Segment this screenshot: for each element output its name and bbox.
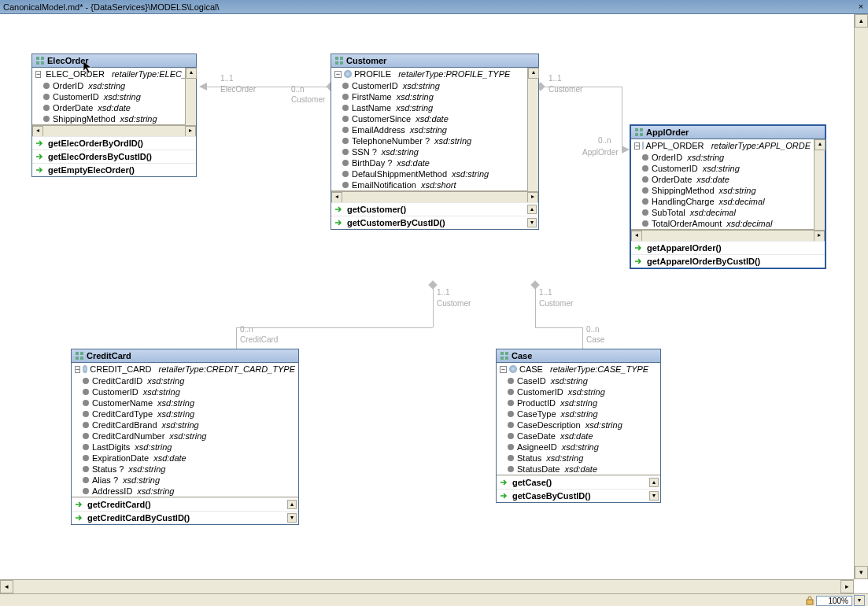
attribute-row[interactable]: CustomerIDxsd:string bbox=[331, 80, 527, 91]
scroll-right-icon[interactable]: ▸ bbox=[814, 231, 825, 242]
attribute-row[interactable]: CreditCardIDxsd:string bbox=[72, 375, 298, 386]
scroll-up-icon[interactable]: ▴ bbox=[814, 139, 826, 150]
entity-applorder[interactable]: ApplOrder −APPL_ORDER retailerType:APPL_… bbox=[630, 124, 826, 269]
entity-header[interactable]: ApplOrder bbox=[631, 126, 825, 139]
attribute-row[interactable]: CreditCardBrandxsd:string bbox=[72, 419, 298, 430]
method-row[interactable]: getEmptyElecOrder() bbox=[32, 163, 196, 176]
collapse-icon[interactable]: − bbox=[500, 366, 507, 373]
scroll-up-icon[interactable]: ▴ bbox=[649, 478, 659, 487]
attribute-row[interactable]: LastDigitsxsd:string bbox=[72, 442, 298, 453]
attribute-row[interactable]: Statusxsd:string bbox=[497, 453, 660, 464]
attribute-row[interactable]: Status ?xsd:string bbox=[72, 464, 298, 475]
type-row[interactable]: −APPL_ORDER retailerType:APPL_ORDE bbox=[631, 139, 814, 152]
scroll-left-icon[interactable]: ◂ bbox=[0, 580, 13, 593]
attribute-row[interactable]: DefaulShippmentMethodxsd:string bbox=[331, 168, 527, 179]
attribute-row[interactable]: ShippingMethodxsd:string bbox=[631, 185, 814, 196]
diagram-canvas[interactable]: 1..1 ElecOrder 0..n Customer 1..1 Custom… bbox=[0, 14, 854, 579]
collapse-icon[interactable]: − bbox=[75, 366, 80, 373]
attribute-row[interactable]: CreditCardNumberxsd:string bbox=[72, 430, 298, 442]
attribute-row[interactable]: CustomerNamexsd:string bbox=[72, 397, 298, 408]
collapse-icon[interactable]: − bbox=[634, 142, 640, 150]
method-row[interactable]: getCreditCardByCustID()▾ bbox=[72, 511, 298, 524]
method-row[interactable]: getCreditCard()▴ bbox=[72, 497, 298, 511]
scroll-down-icon[interactable]: ▾ bbox=[287, 513, 297, 523]
attribute-row[interactable]: CustomerIDxsd:string bbox=[32, 91, 185, 102]
type-row[interactable]: −ELEC_ORDER retailerType:ELEC_ bbox=[32, 68, 185, 80]
attribute-row[interactable]: OrderDatexsd:date bbox=[32, 102, 185, 113]
attribute-row[interactable]: FirstNamexsd:string bbox=[331, 91, 527, 102]
scroll-up-icon[interactable]: ▴ bbox=[528, 68, 539, 79]
attribute-row[interactable]: CaseDatexsd:date bbox=[497, 430, 660, 442]
scroll-up-icon[interactable]: ▴ bbox=[855, 14, 868, 28]
attribute-row[interactable]: EmailNotificationxsd:short bbox=[331, 179, 527, 190]
scroll-right-icon[interactable]: ▸ bbox=[527, 192, 538, 203]
method-row[interactable]: getElecOrderByOrdID() bbox=[32, 136, 196, 150]
method-row[interactable]: getCaseByCustID()▾ bbox=[497, 489, 660, 502]
scrollbar-horizontal[interactable]: ◂▸ bbox=[631, 230, 825, 241]
attribute-row[interactable]: CaseTypexsd:string bbox=[497, 408, 660, 419]
attribute-row[interactable]: AsigneeIDxsd:string bbox=[497, 442, 660, 453]
scroll-left-icon[interactable]: ◂ bbox=[331, 192, 342, 203]
type-row[interactable]: −CREDIT_CARD retailerType:CREDIT_CARD_TY… bbox=[72, 363, 298, 375]
scroll-up-icon[interactable]: ▴ bbox=[287, 500, 297, 509]
scroll-left-icon[interactable]: ◂ bbox=[32, 126, 43, 137]
entity-header[interactable]: CreditCard bbox=[72, 349, 298, 363]
zoom-value[interactable]: 100% bbox=[816, 596, 852, 606]
scroll-left-icon[interactable]: ◂ bbox=[631, 231, 642, 242]
attribute-row[interactable]: OrderIDxsd:string bbox=[631, 152, 814, 163]
scroll-up-icon[interactable]: ▴ bbox=[527, 205, 537, 214]
attribute-row[interactable]: TelephoneNumber ?xsd:string bbox=[331, 135, 527, 146]
canvas-scrollbar-horizontal[interactable]: ◂ ▸ bbox=[0, 579, 854, 593]
attribute-row[interactable]: CustomerIDxsd:string bbox=[631, 163, 814, 174]
type-row[interactable]: −PROFILE retailerType:PROFILE_TYPE bbox=[331, 68, 527, 80]
entity-header[interactable]: Case bbox=[497, 349, 660, 363]
scroll-down-icon[interactable]: ▾ bbox=[649, 491, 659, 501]
attribute-row[interactable]: CaseIDxsd:string bbox=[497, 375, 660, 386]
attribute-row[interactable]: HandlingChargexsd:decimal bbox=[631, 196, 814, 207]
attribute-row[interactable]: CreditCardTypexsd:string bbox=[72, 408, 298, 419]
entity-customer[interactable]: Customer −PROFILE retailerType:PROFILE_T… bbox=[331, 54, 539, 230]
scroll-down-icon[interactable]: ▾ bbox=[527, 218, 537, 227]
attribute-row[interactable]: LastNamexsd:string bbox=[331, 102, 527, 113]
attribute-row[interactable]: CustomerIDxsd:string bbox=[497, 386, 660, 397]
scrollbar-horizontal[interactable]: ◂▸ bbox=[32, 125, 196, 136]
scroll-up-icon[interactable]: ▴ bbox=[186, 68, 197, 79]
method-row[interactable]: getApparelOrderByCustID() bbox=[631, 254, 825, 268]
attribute-row[interactable]: ProductIDxsd:string bbox=[497, 397, 660, 408]
attribute-row[interactable]: EmailAddressxsd:string bbox=[331, 124, 527, 135]
attribute-row[interactable]: TotalOrderAmountxsd:decimal bbox=[631, 218, 814, 229]
method-row[interactable]: getCase()▴ bbox=[497, 475, 660, 489]
attribute-row[interactable]: OrderIDxsd:string bbox=[32, 80, 185, 91]
attribute-row[interactable]: AddressIDxsd:string bbox=[72, 486, 298, 497]
collapse-icon[interactable]: − bbox=[35, 71, 41, 78]
attribute-row[interactable]: OrderDatexsd:date bbox=[631, 174, 814, 185]
attribute-row[interactable]: CustomerIDxsd:string bbox=[72, 386, 298, 397]
entity-creditcard[interactable]: CreditCard −CREDIT_CARD retailerType:CRE… bbox=[71, 349, 299, 525]
method-row[interactable]: getCustomerByCustID()▾ bbox=[331, 216, 538, 229]
scrollbar-vertical[interactable]: ▴ bbox=[527, 68, 538, 191]
zoom-dropdown-icon[interactable]: ▾ bbox=[854, 595, 865, 606]
attribute-row[interactable]: Alias ?xsd:string bbox=[72, 475, 298, 486]
attribute-row[interactable]: ExpirationDatexsd:date bbox=[72, 453, 298, 464]
attribute-row[interactable]: StatusDatexsd:date bbox=[497, 464, 660, 475]
type-row[interactable]: −CASE retailerType:CASE_TYPE bbox=[497, 363, 660, 375]
attribute-row[interactable]: ShippingMethodxsd:string bbox=[32, 113, 185, 124]
entity-header[interactable]: ElecOrder bbox=[32, 54, 196, 68]
attribute-row[interactable]: CaseDescriptionxsd:string bbox=[497, 419, 660, 430]
attribute-row[interactable]: BirthDay ?xsd:date bbox=[331, 157, 527, 168]
method-row[interactable]: getElecOrdersByCustID() bbox=[32, 150, 196, 163]
scroll-right-icon[interactable]: ▸ bbox=[185, 126, 196, 137]
scrollbar-vertical[interactable]: ▴ bbox=[185, 68, 196, 125]
scrollbar-horizontal[interactable]: ◂▸ bbox=[331, 191, 538, 202]
method-row[interactable]: getCustomer()▴ bbox=[331, 202, 538, 216]
scroll-down-icon[interactable]: ▾ bbox=[855, 566, 868, 579]
entity-header[interactable]: Customer bbox=[331, 54, 538, 68]
attribute-row[interactable]: CustomerSincexsd:date bbox=[331, 113, 527, 124]
entity-case[interactable]: Case −CASE retailerType:CASE_TYPE CaseID… bbox=[496, 349, 661, 503]
attribute-row[interactable]: SSN ?xsd:string bbox=[331, 146, 527, 157]
scroll-right-icon[interactable]: ▸ bbox=[840, 580, 854, 593]
method-row[interactable]: getApparelOrder() bbox=[631, 241, 825, 254]
scrollbar-vertical[interactable]: ▴ bbox=[814, 139, 825, 230]
attribute-row[interactable]: SubTotalxsd:decimal bbox=[631, 207, 814, 218]
canvas-scrollbar-vertical[interactable]: ▴ ▾ bbox=[854, 14, 868, 579]
